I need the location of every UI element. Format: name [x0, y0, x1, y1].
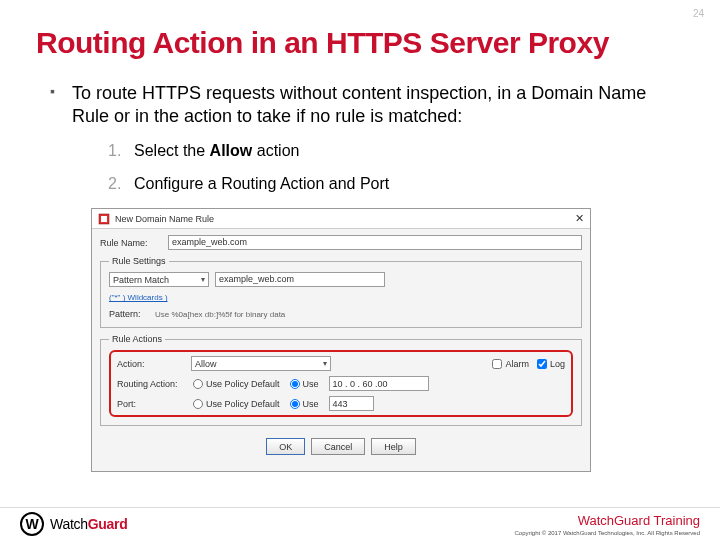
match-type-select[interactable]: Pattern Match▾ [109, 272, 209, 287]
slide-title: Routing Action in an HTTPS Server Proxy [36, 26, 684, 60]
action-select[interactable]: Allow▾ [191, 356, 331, 371]
wildcard-hint-link[interactable]: ("*" ) Wildcards ) [109, 293, 573, 302]
help-button[interactable]: Help [371, 438, 416, 455]
close-icon[interactable]: ✕ [575, 212, 584, 225]
ok-button[interactable]: OK [266, 438, 305, 455]
pattern-hint: Use %0a[hex db:]%5f for binary data [155, 310, 285, 319]
rule-settings-group: Rule Settings Pattern Match▾ example_web… [100, 256, 582, 328]
bullet-item: To route HTTPS requests without content … [50, 82, 684, 194]
brand-logo: W WatchGuard [20, 512, 127, 536]
rule-name-label: Rule Name: [100, 238, 162, 248]
dialog-window: New Domain Name Rule ✕ Rule Name: exampl… [91, 208, 591, 472]
match-value-input[interactable]: example_web.com [215, 272, 385, 287]
training-label: WatchGuard Training [514, 513, 700, 528]
alarm-checkbox[interactable]: Alarm [492, 359, 529, 369]
dialog-button-bar: OK Cancel Help [100, 432, 582, 463]
copyright-text: Copyright © 2017 WatchGuard Technologies… [514, 530, 700, 536]
slide: 24 Routing Action in an HTTPS Server Pro… [0, 0, 720, 540]
routing-ip-input[interactable]: 10 . 0 . 60 .00 [329, 376, 429, 391]
page-number: 24 [693, 8, 704, 19]
slide-footer: W WatchGuard WatchGuard Training Copyrig… [0, 507, 720, 540]
step-2: Configure a Routing Action and Port [108, 174, 684, 195]
dialog-app-icon [98, 213, 110, 225]
pattern-label: Pattern: [109, 309, 149, 319]
rule-settings-legend: Rule Settings [109, 256, 169, 266]
routing-use-radio[interactable]: Use [290, 379, 319, 389]
action-label: Action: [117, 359, 183, 369]
dialog-titlebar: New Domain Name Rule ✕ [92, 209, 590, 229]
footer-right: WatchGuard Training Copyright © 2017 Wat… [514, 513, 700, 536]
log-checkbox[interactable]: Log [537, 359, 565, 369]
port-label: Port: [117, 399, 183, 409]
rule-actions-group: Rule Actions Action: Allow▾ Alarm Log Ro… [100, 334, 582, 426]
port-default-radio[interactable]: Use Policy Default [193, 399, 280, 409]
step-1: Select the Allow action [108, 141, 684, 162]
routing-default-radio[interactable]: Use Policy Default [193, 379, 280, 389]
bullet-list: To route HTTPS requests without content … [36, 82, 684, 194]
highlight-box: Action: Allow▾ Alarm Log Routing Action:… [109, 350, 573, 417]
dialog-body: Rule Name: example_web.com Rule Settings… [92, 229, 590, 471]
port-input[interactable]: 443 [329, 396, 374, 411]
chevron-down-icon: ▾ [323, 359, 327, 368]
steps-list: Select the Allow action Configure a Rout… [72, 141, 684, 195]
rule-name-input[interactable]: example_web.com [168, 235, 582, 250]
bullet-text: To route HTTPS requests without content … [72, 83, 646, 126]
routing-action-label: Routing Action: [117, 379, 183, 389]
port-use-radio[interactable]: Use [290, 399, 319, 409]
svg-rect-1 [101, 216, 107, 222]
chevron-down-icon: ▾ [201, 275, 205, 284]
logo-mark-icon: W [20, 512, 44, 536]
brand-wordmark: WatchGuard [50, 516, 127, 532]
dialog-title-text: New Domain Name Rule [115, 214, 214, 224]
rule-actions-legend: Rule Actions [109, 334, 165, 344]
cancel-button[interactable]: Cancel [311, 438, 365, 455]
